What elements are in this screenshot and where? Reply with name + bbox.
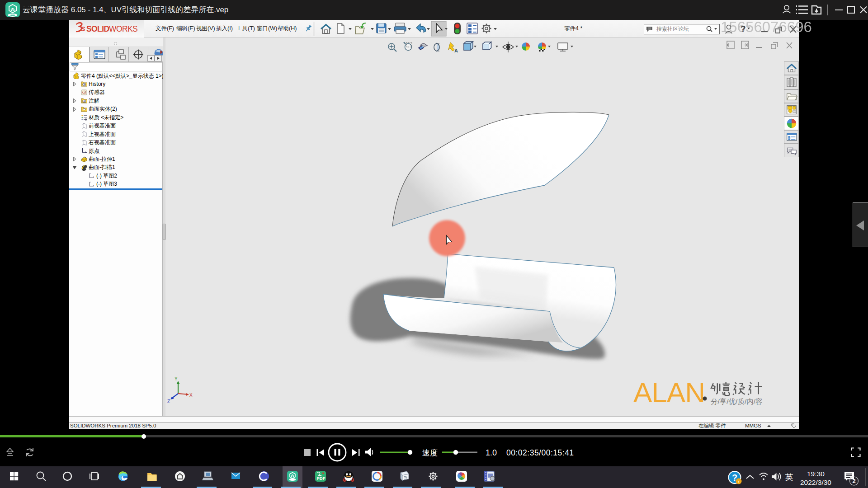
svg-text:1.0: 1.0 xyxy=(486,448,497,457)
svg-text:Y: Y xyxy=(175,376,178,381)
svg-text:WORKS: WORKS xyxy=(109,24,137,33)
svg-text:2022/3/30: 2022/3/30 xyxy=(800,479,831,486)
svg-text:?: ? xyxy=(741,24,746,33)
svg-text:A: A xyxy=(83,100,85,103)
svg-text:2: 2 xyxy=(853,478,856,484)
svg-text:S: S xyxy=(81,25,85,33)
svg-text:00:02:35/00:15:41: 00:02:35/00:15:41 xyxy=(506,448,574,457)
svg-text:A: A xyxy=(454,48,458,53)
svg-text:19:30: 19:30 xyxy=(807,470,825,478)
svg-text:PDF: PDF xyxy=(317,476,326,481)
svg-text:英: 英 xyxy=(785,473,793,482)
svg-text:Z: Z xyxy=(167,399,170,404)
svg-text:速度: 速度 xyxy=(422,449,438,457)
svg-text:SOLID: SOLID xyxy=(86,24,109,33)
svg-text:X: X xyxy=(189,393,193,398)
